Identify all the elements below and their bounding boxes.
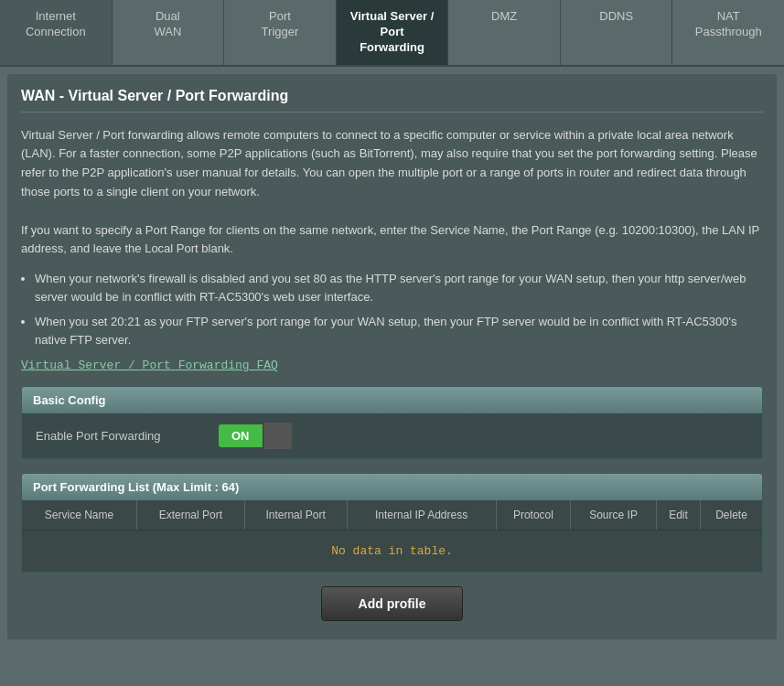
tab-dmz[interactable]: DMZ bbox=[448, 0, 561, 65]
basic-config-header: Basic Config bbox=[22, 387, 762, 413]
tab-dual-wan[interactable]: Dual WAN bbox=[113, 0, 225, 65]
table-header-row: Service Name External Port Internal Port… bbox=[22, 500, 762, 531]
button-container: Add profile bbox=[21, 586, 763, 621]
bullet-item-1: When your network's firewall is disabled… bbox=[35, 270, 763, 305]
tab-port-trigger[interactable]: Port Trigger bbox=[224, 0, 337, 65]
tab-virtual-server-port-forwarding[interactable]: Virtual Server / Port Forwarding bbox=[337, 0, 449, 65]
tab-ddns[interactable]: DDNS bbox=[561, 0, 673, 65]
col-internal-port: Internal Port bbox=[244, 500, 347, 531]
faq-link[interactable]: Virtual Server / Port Forwarding FAQ bbox=[21, 359, 278, 372]
tab-nat-passthrough[interactable]: NAT Passthrough bbox=[672, 0, 784, 65]
port-forwarding-table: Service Name External Port Internal Port… bbox=[22, 500, 762, 572]
col-external-port: External Port bbox=[136, 500, 244, 531]
toggle-on-label: ON bbox=[219, 424, 263, 447]
col-source-ip: Source IP bbox=[571, 500, 657, 531]
toggle-slider bbox=[263, 423, 292, 449]
enable-port-forwarding-label: Enable Port Forwarding bbox=[36, 429, 219, 443]
col-edit: Edit bbox=[656, 500, 700, 531]
no-data-row: No data in table. bbox=[22, 531, 762, 573]
top-navigation: Internet Connection Dual WAN Port Trigge… bbox=[0, 0, 784, 67]
col-internal-ip-address: Internal IP Address bbox=[347, 500, 496, 531]
col-delete: Delete bbox=[701, 500, 762, 531]
tab-internet-connection[interactable]: Internet Connection bbox=[0, 0, 113, 65]
port-forwarding-list-section: Port Forwarding List (Max Limit : 64) Se… bbox=[21, 473, 763, 573]
description-paragraph-1: Virtual Server / Port forwarding allows … bbox=[21, 126, 763, 202]
page-title: WAN - Virtual Server / Port Forwarding bbox=[21, 88, 763, 113]
add-profile-button[interactable]: Add profile bbox=[321, 586, 464, 621]
bullet-list: When your network's firewall is disabled… bbox=[35, 270, 763, 348]
basic-config-section: Basic Config Enable Port Forwarding ON bbox=[21, 386, 763, 459]
description-block: Virtual Server / Port forwarding allows … bbox=[21, 126, 763, 260]
col-service-name: Service Name bbox=[22, 500, 136, 531]
enable-port-forwarding-row: Enable Port Forwarding ON bbox=[22, 413, 762, 458]
col-protocol: Protocol bbox=[496, 500, 570, 531]
no-data-text: No data in table. bbox=[22, 531, 762, 573]
main-content: WAN - Virtual Server / Port Forwarding V… bbox=[7, 74, 777, 640]
bullet-item-2: When you set 20:21 as your FTP server's … bbox=[35, 313, 763, 348]
port-forwarding-list-header: Port Forwarding List (Max Limit : 64) bbox=[22, 474, 762, 500]
port-forwarding-toggle[interactable]: ON bbox=[219, 423, 292, 449]
description-paragraph-2: If you want to specify a Port Range for … bbox=[21, 221, 763, 260]
